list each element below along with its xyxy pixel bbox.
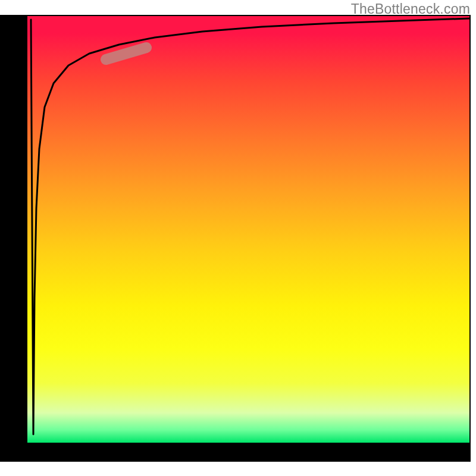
right-border bbox=[469, 15, 471, 444]
plot-background-gradient bbox=[27, 16, 469, 443]
x-axis-bar bbox=[0, 443, 471, 462]
attribution-text: TheBottleneck.com bbox=[351, 1, 470, 17]
y-axis-bar bbox=[0, 15, 27, 462]
chart-frame: TheBottleneck.com bbox=[0, 0, 476, 476]
